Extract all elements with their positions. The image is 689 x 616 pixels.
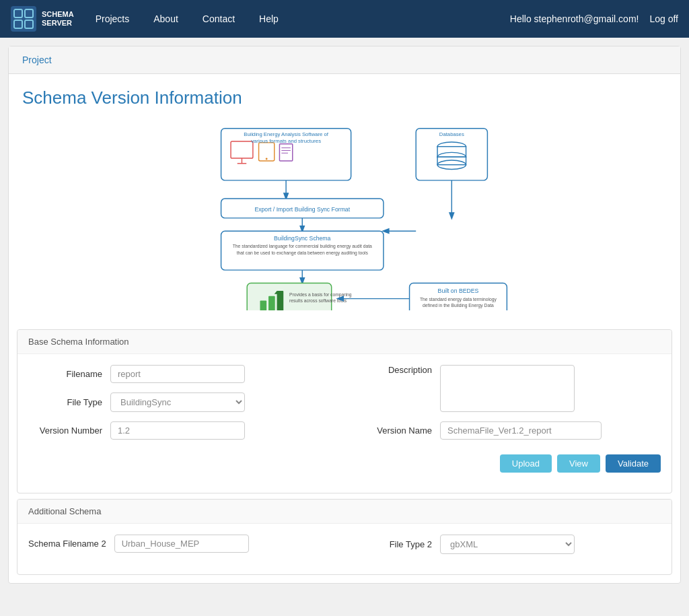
logoff-link[interactable]: Log off xyxy=(649,13,678,24)
svg-rect-0 xyxy=(14,9,22,18)
nav-help[interactable]: Help xyxy=(254,11,284,27)
header-right: Hello stephenroth@gmail.com! Log off xyxy=(510,13,678,24)
versionname-label: Version Name xyxy=(358,425,432,436)
form-row-1: Filename File Type BuildingSync gbXML Ot… xyxy=(28,365,661,473)
description-label: Description xyxy=(358,365,432,375)
svg-text:Exchange Specification (BEDES): Exchange Specification (BEDES) xyxy=(425,310,491,310)
schema-filename2-input[interactable] xyxy=(114,535,249,553)
description-textarea[interactable] xyxy=(440,365,575,412)
filetype2-label: File Type 2 xyxy=(358,539,432,549)
additional-schema-title: Additional Schema xyxy=(17,500,672,524)
svg-rect-2 xyxy=(14,20,22,28)
svg-text:various formats and structures: various formats and structures xyxy=(251,138,321,144)
version-input[interactable] xyxy=(110,421,245,440)
filename-input[interactable] xyxy=(110,365,245,383)
base-schema-title: Base Schema Information xyxy=(17,330,672,354)
svg-text:The standardized language for : The standardized language for commercial… xyxy=(233,244,372,249)
validate-button[interactable]: Validate xyxy=(606,454,661,473)
filetype2-select[interactable]: gbXML BuildingSync Other xyxy=(440,535,575,554)
filetype-group: File Type BuildingSync gbXML Other xyxy=(28,392,331,412)
schema-filename2-group: Schema Filename 2 xyxy=(28,535,331,553)
nav-projects[interactable]: Projects xyxy=(90,11,135,27)
schema-filename2-label: Schema Filename 2 xyxy=(28,539,106,549)
breadcrumb-project[interactable]: Project xyxy=(22,55,52,65)
svg-text:Built on BEDES: Built on BEDES xyxy=(438,287,479,294)
svg-text:Export / Import Building Sync : Export / Import Building Sync Format xyxy=(254,206,350,213)
filetype-select[interactable]: BuildingSync gbXML Other xyxy=(110,392,245,412)
view-button[interactable]: View xyxy=(557,454,600,473)
base-schema-body: Filename File Type BuildingSync gbXML Ot… xyxy=(17,354,672,493)
upload-button[interactable]: Upload xyxy=(500,454,552,473)
additional-form-row: Schema Filename 2 File Type 2 gbXML Buil… xyxy=(28,535,661,554)
nav-about[interactable]: About xyxy=(148,11,184,27)
base-schema-section: Base Schema Information Filename File Ty… xyxy=(17,329,672,493)
version-group: Version Number xyxy=(28,421,331,440)
additional-schema-section: Additional Schema Schema Filename 2 File… xyxy=(17,499,672,575)
user-greeting: Hello stephenroth@gmail.com! xyxy=(510,13,639,24)
breadcrumb-bar: Project xyxy=(9,46,680,74)
svg-rect-3 xyxy=(25,20,33,28)
versionname-input[interactable] xyxy=(440,421,602,440)
page-title: Schema Version Information xyxy=(9,74,680,115)
filename-group: Filename xyxy=(28,365,331,383)
diagram-area: Building Energy Analysis Software of var… xyxy=(9,115,680,324)
svg-text:that can be used to exchange d: that can be used to exchange data betwee… xyxy=(237,250,369,256)
nav-contact[interactable]: Contact xyxy=(197,11,240,27)
svg-text:results across software tools: results across software tools xyxy=(289,298,347,303)
svg-text:Databases: Databases xyxy=(439,131,464,137)
svg-rect-1 xyxy=(25,9,33,18)
svg-rect-19 xyxy=(437,147,466,157)
buttons-row: Upload View Validate xyxy=(358,454,661,473)
main-container: Project Schema Version Information Build… xyxy=(8,46,681,584)
filename-label: Filename xyxy=(28,369,102,379)
header: SCHEMA SERVER Projects About Contact Hel… xyxy=(0,0,689,38)
filetype-label: File Type xyxy=(28,397,102,407)
svg-text:Building Energy Analysis Softw: Building Energy Analysis Software of xyxy=(244,131,329,137)
version-label: Version Number xyxy=(28,425,102,436)
svg-rect-21 xyxy=(437,157,466,165)
svg-rect-36 xyxy=(268,296,275,310)
svg-text:defined in the Building Energy: defined in the Building Energy Data xyxy=(423,303,494,308)
svg-rect-35 xyxy=(260,301,266,310)
versionname-group: Version Name xyxy=(358,421,661,440)
additional-schema-body: Schema Filename 2 File Type 2 gbXML Buil… xyxy=(17,524,672,574)
filetype2-group: File Type 2 gbXML BuildingSync Other xyxy=(358,535,661,554)
logo-box xyxy=(11,6,36,32)
main-nav: Projects About Contact Help xyxy=(90,11,510,27)
logo-area: SCHEMA SERVER xyxy=(11,6,74,32)
description-group: Description xyxy=(358,365,661,412)
svg-text:The standard energy data termi: The standard energy data terminology xyxy=(420,297,497,302)
svg-text:Provides a basis for comparing: Provides a basis for comparing xyxy=(289,292,352,298)
svg-point-9 xyxy=(266,158,268,160)
schema-diagram: Building Energy Analysis Software of var… xyxy=(156,122,533,310)
logo-text: SCHEMA SERVER xyxy=(42,10,74,28)
svg-text:BuildingSync Schema: BuildingSync Schema xyxy=(274,235,331,242)
